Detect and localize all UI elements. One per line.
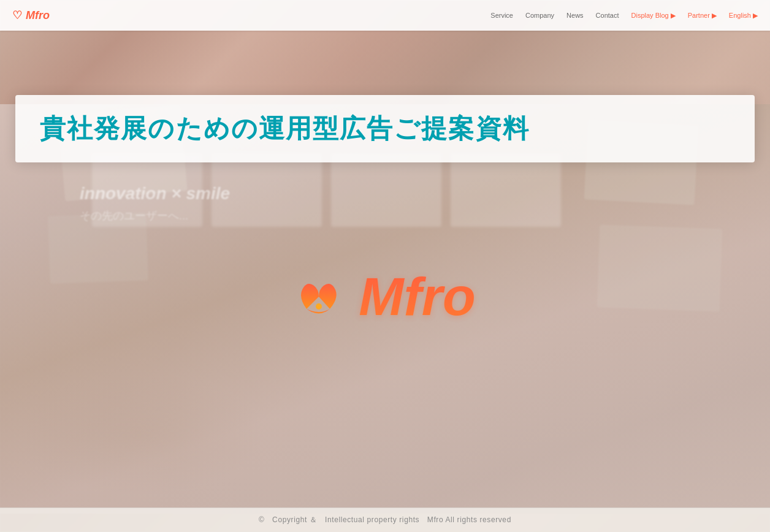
mfro-logo-icon [294,272,349,321]
main-card-title: 貴社発展のための運用型広告ご提案資料 [40,113,730,144]
nav-news[interactable]: News [566,12,584,19]
nav-company[interactable]: Company [525,12,554,19]
header-nav: Service Company News Contact Display Blo… [490,12,758,20]
bg-card-1 [92,153,202,227]
logo-text: Mfro [26,9,50,22]
mfro-logo: Mfro [294,270,476,324]
footer: © Copyright ＆ Intellectual property righ… [0,507,770,532]
nav-contact[interactable]: Contact [596,12,619,19]
bg-card-3 [331,153,441,227]
nav-service[interactable]: Service [490,12,513,19]
footer-copyright: © Copyright ＆ Intellectual property righ… [259,515,511,525]
header: ♡ Mfro Service Company News Contact Disp… [0,0,770,31]
bg-card-2 [212,153,322,227]
svg-point-0 [316,303,322,310]
nav-english[interactable]: English ▶ [729,12,758,20]
header-logo[interactable]: ♡ Mfro [12,9,50,22]
bg-cards-area [92,153,561,227]
logo-icon: ♡ [12,9,22,22]
nav-display-blog[interactable]: Display Blog ▶ [631,12,676,20]
bg-card-4 [451,153,561,227]
mfro-logo-text: Mfro [359,270,476,324]
main-proposal-card: 貴社発展のための運用型広告ご提案資料 [15,95,755,162]
center-logo-area: Mfro [0,270,770,324]
background-top-image [0,31,770,104]
nav-partner[interactable]: Partner ▶ [688,12,717,20]
